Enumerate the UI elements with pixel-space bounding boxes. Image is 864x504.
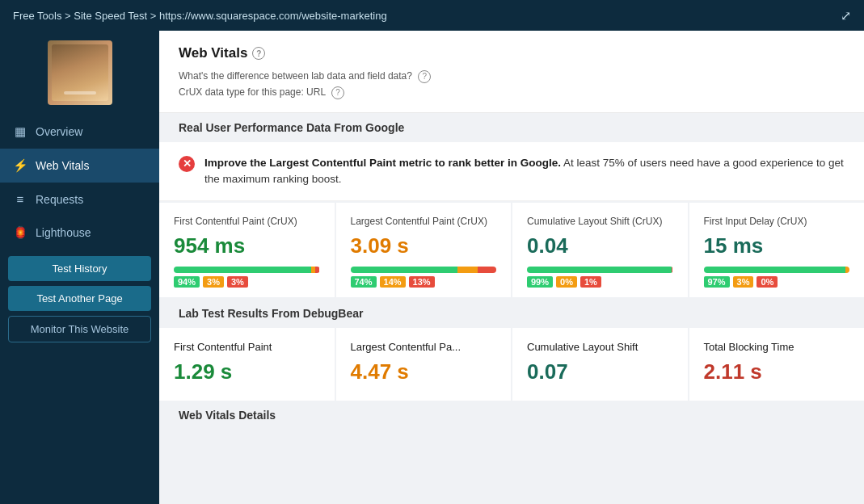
alert-banner: ✕ Improve the Largest Contentful Paint m… bbox=[159, 142, 864, 202]
lab-metric-label-2: Cumulative Layout Shift bbox=[527, 341, 673, 353]
sidebar-item-requests[interactable]: ≡ Requests bbox=[0, 183, 159, 216]
lab-metric-label-0: First Contentful Paint bbox=[174, 341, 320, 353]
web-vitals-meta: What's the difference between lab data a… bbox=[179, 68, 845, 101]
main-layout: ▦ Overview ⚡ Web Vitals ≡ Requests 🏮 Lig… bbox=[0, 31, 864, 504]
sidebar-nav: ▦ Overview ⚡ Web Vitals ≡ Requests 🏮 Lig… bbox=[0, 115, 159, 250]
metric-label-3: First Input Delay (CrUX) bbox=[704, 216, 850, 227]
lab-metric-value-1: 4.47 s bbox=[351, 359, 497, 384]
overview-icon: ▦ bbox=[13, 124, 27, 139]
web-vitals-header: Web Vitals ? What's the difference betwe… bbox=[159, 31, 864, 113]
web-vitals-details-title: Web Vitals Details bbox=[179, 409, 276, 422]
progress-label: 0% bbox=[757, 276, 778, 288]
sidebar-item-overview[interactable]: ▦ Overview bbox=[0, 115, 159, 149]
alert-icon: ✕ bbox=[179, 156, 195, 172]
crux-info-icon[interactable]: ? bbox=[331, 86, 344, 99]
sidebar-item-web-vitals[interactable]: ⚡ Web Vitals bbox=[0, 149, 159, 183]
web-vitals-info-icon[interactable]: ? bbox=[252, 47, 265, 60]
crux-metric-card-1: Largest Contentful Paint (CrUX) 3.09 s 7… bbox=[336, 203, 512, 297]
metric-value-3: 15 ms bbox=[704, 233, 850, 258]
sidebar-item-overview-label: Overview bbox=[36, 125, 82, 138]
web-vitals-title-text: Web Vitals bbox=[179, 45, 247, 61]
metric-value-0: 954 ms bbox=[174, 233, 320, 258]
alert-strong: Improve the Largest Contentful Paint met… bbox=[204, 157, 561, 169]
lab-metric-card-3: Total Blocking Time 2.11 s bbox=[689, 328, 865, 401]
sidebar-item-requests-label: Requests bbox=[36, 193, 83, 206]
lab-metric-card-1: Largest Contentful Pa... 4.47 s bbox=[336, 328, 512, 401]
progress-label: 1% bbox=[580, 276, 601, 288]
lab-field-text: What's the difference between lab data a… bbox=[179, 70, 412, 82]
lab-metric-card-0: First Contentful Paint 1.29 s bbox=[159, 328, 335, 401]
crux-metric-card-0: First Contentful Paint (CrUX) 954 ms 94%… bbox=[159, 203, 335, 297]
crux-metric-card-2: Cumulative Layout Shift (CrUX) 0.04 99%0… bbox=[512, 203, 688, 297]
alert-text: Improve the Largest Contentful Paint met… bbox=[204, 155, 845, 188]
lab-metric-value-2: 0.07 bbox=[527, 359, 673, 384]
progress-bar-1 bbox=[351, 267, 497, 273]
breadcrumb-text: Free Tools > Site Speed Test > https://w… bbox=[13, 10, 387, 22]
expand-icon[interactable]: ⤢ bbox=[841, 8, 851, 23]
lab-section-title: Lab Test Results From DebugBear bbox=[179, 307, 363, 320]
lab-metric-label-3: Total Blocking Time bbox=[704, 341, 850, 353]
website-thumbnail bbox=[48, 40, 112, 105]
lighthouse-icon: 🏮 bbox=[13, 225, 27, 240]
metric-label-0: First Contentful Paint (CrUX) bbox=[174, 216, 320, 227]
web-vitals-title: Web Vitals ? bbox=[179, 45, 845, 61]
progress-label: 74% bbox=[351, 276, 377, 288]
web-vitals-icon: ⚡ bbox=[13, 158, 27, 173]
lab-field-info-icon[interactable]: ? bbox=[418, 70, 431, 83]
progress-bar-3 bbox=[704, 267, 850, 273]
progress-bar-0 bbox=[174, 267, 320, 273]
test-history-button[interactable]: Test History bbox=[8, 256, 151, 281]
progress-label: 97% bbox=[704, 276, 730, 288]
progress-label: 13% bbox=[409, 276, 435, 288]
breadcrumb: Free Tools > Site Speed Test > https://w… bbox=[13, 10, 387, 22]
crux-metrics-grid: First Contentful Paint (CrUX) 954 ms 94%… bbox=[159, 203, 864, 297]
lab-metric-value-3: 2.11 s bbox=[704, 359, 850, 384]
metric-label-2: Cumulative Layout Shift (CrUX) bbox=[527, 216, 673, 227]
progress-labels-3: 97%3%0% bbox=[704, 276, 850, 288]
monitor-website-button[interactable]: Monitor This Website bbox=[8, 316, 151, 342]
lab-metrics-grid: First Contentful Paint 1.29 s Largest Co… bbox=[159, 328, 864, 401]
progress-bar-2 bbox=[527, 267, 673, 273]
progress-label: 99% bbox=[527, 276, 553, 288]
crux-text: CrUX data type for this page: URL bbox=[179, 86, 326, 98]
crux-metric-card-3: First Input Delay (CrUX) 15 ms 97%3%0% bbox=[689, 203, 865, 297]
real-user-title: Real User Performance Data From Google bbox=[179, 121, 404, 134]
progress-label: 0% bbox=[556, 276, 577, 288]
progress-label: 14% bbox=[380, 276, 406, 288]
sidebar-buttons: Test History Test Another Page Monitor T… bbox=[0, 256, 159, 342]
progress-label: 94% bbox=[174, 276, 200, 288]
sidebar-item-lighthouse-label: Lighthouse bbox=[36, 226, 91, 239]
progress-label: 3% bbox=[733, 276, 754, 288]
progress-label: 3% bbox=[203, 276, 224, 288]
crux-row: CrUX data type for this page: URL ? bbox=[179, 84, 845, 100]
sidebar: ▦ Overview ⚡ Web Vitals ≡ Requests 🏮 Lig… bbox=[0, 31, 159, 504]
progress-labels-1: 74%14%13% bbox=[351, 276, 497, 288]
metric-value-2: 0.04 bbox=[527, 233, 673, 258]
lab-section-header: Lab Test Results From DebugBear bbox=[159, 299, 864, 328]
sidebar-item-lighthouse[interactable]: 🏮 Lighthouse bbox=[0, 216, 159, 250]
metric-value-1: 3.09 s bbox=[351, 233, 497, 258]
requests-icon: ≡ bbox=[13, 192, 27, 206]
metric-label-1: Largest Contentful Paint (CrUX) bbox=[351, 216, 497, 227]
test-another-page-button[interactable]: Test Another Page bbox=[8, 286, 151, 311]
lab-metric-label-1: Largest Contentful Pa... bbox=[351, 341, 497, 353]
web-vitals-details-header: Web Vitals Details bbox=[159, 401, 864, 430]
lab-metric-value-0: 1.29 s bbox=[174, 359, 320, 384]
progress-label: 3% bbox=[227, 276, 248, 288]
lab-metric-card-2: Cumulative Layout Shift 0.07 bbox=[512, 328, 688, 401]
sidebar-item-web-vitals-label: Web Vitals bbox=[36, 159, 89, 172]
topbar: Free Tools > Site Speed Test > https://w… bbox=[0, 0, 864, 31]
content-area: Web Vitals ? What's the difference betwe… bbox=[159, 31, 864, 504]
progress-labels-2: 99%0%1% bbox=[527, 276, 673, 288]
progress-labels-0: 94%3%3% bbox=[174, 276, 320, 288]
lab-field-link-row: What's the difference between lab data a… bbox=[179, 68, 845, 84]
real-user-section-header: Real User Performance Data From Google bbox=[159, 113, 864, 142]
